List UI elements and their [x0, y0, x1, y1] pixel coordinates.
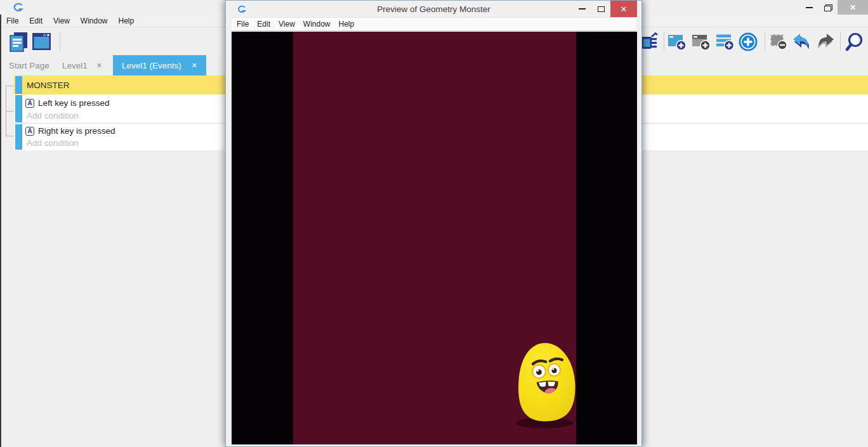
main-window-controls: ✕ — [799, 0, 868, 15]
debugger-icon[interactable] — [640, 31, 660, 53]
tab-close-icon[interactable]: ✕ — [192, 62, 197, 70]
tree-line — [6, 111, 14, 112]
close-button[interactable]: ✕ — [838, 0, 868, 15]
event-selection-bar — [15, 124, 22, 150]
keyboard-key-icon: A — [25, 127, 34, 136]
preview-title-bar[interactable]: Preview of Geometry Monster ✕ — [231, 1, 636, 17]
menu-file[interactable]: File — [6, 16, 18, 25]
menu-help[interactable]: Help — [119, 16, 135, 25]
preview-window: Preview of Geometry Monster ✕ File Edit … — [225, 0, 642, 447]
remove-event-icon[interactable] — [768, 31, 789, 53]
undo-icon[interactable] — [791, 31, 812, 53]
game-canvas[interactable] — [232, 32, 637, 444]
tree-line — [6, 86, 14, 86]
event-selection-bar — [15, 76, 22, 94]
gdevelop-logo-icon — [11, 3, 23, 15]
add-new-icon[interactable] — [737, 31, 759, 53]
preview-minimize-button[interactable] — [572, 1, 591, 17]
gdevelop-app: ✕ File Edit View Window Help — [0, 0, 868, 447]
project-items-icon[interactable] — [8, 31, 29, 53]
add-sub-event-icon[interactable] — [690, 31, 712, 53]
toolbar-separator — [840, 32, 841, 51]
search-icon[interactable] — [844, 31, 865, 53]
preview-window-controls: ✕ — [572, 1, 637, 17]
menu-window[interactable]: Window — [303, 20, 331, 29]
add-condition-link[interactable]: Add condition — [27, 138, 79, 148]
condition-text: Left key is pressed — [38, 98, 110, 108]
tab-level1-events[interactable]: Level1 (Events) ✕ — [113, 55, 206, 75]
menu-edit[interactable]: Edit — [29, 16, 43, 25]
monster-sprite — [516, 340, 579, 429]
condition-text: Right key is pressed — [38, 126, 115, 136]
add-condition-link[interactable]: Add condition — [27, 111, 79, 120]
menu-help[interactable]: Help — [339, 20, 355, 29]
preview-close-button[interactable]: ✕ — [610, 1, 637, 17]
panel-left-border — [0, 15, 1, 447]
menu-edit[interactable]: Edit — [257, 20, 270, 29]
menu-view[interactable]: View — [279, 20, 295, 29]
minimize-button[interactable] — [799, 0, 819, 15]
toolbar-separator — [664, 32, 664, 51]
add-event-icon[interactable] — [666, 31, 688, 53]
tab-level1[interactable]: Level1 ✕ — [62, 55, 102, 75]
preview-maximize-button[interactable] — [591, 1, 610, 17]
add-comment-icon[interactable] — [714, 31, 736, 53]
redo-icon[interactable] — [815, 31, 836, 53]
preview-menu-bar: File Edit View Window Help — [232, 17, 636, 31]
menu-file[interactable]: File — [237, 20, 249, 29]
gdevelop-logo-icon — [236, 4, 246, 16]
event-selection-bar — [15, 95, 22, 122]
tree-line — [6, 136, 14, 136]
tab-label: Level1 (Events) — [122, 61, 181, 70]
restore-button[interactable] — [819, 0, 838, 15]
tab-start-page[interactable]: Start Page — [9, 55, 49, 75]
tab-close-icon[interactable]: ✕ — [96, 62, 102, 70]
toolbar-separator — [765, 32, 765, 51]
menu-view[interactable]: View — [53, 16, 70, 25]
toolbar-separator — [60, 32, 60, 51]
event-group-label: MONSTER — [27, 81, 70, 90]
keyboard-key-icon: A — [25, 99, 34, 108]
menu-window[interactable]: Window — [81, 16, 108, 25]
tab-label: Start Page — [9, 61, 49, 70]
tab-label: Level1 — [62, 61, 88, 70]
scene-editor-icon[interactable] — [31, 31, 53, 53]
